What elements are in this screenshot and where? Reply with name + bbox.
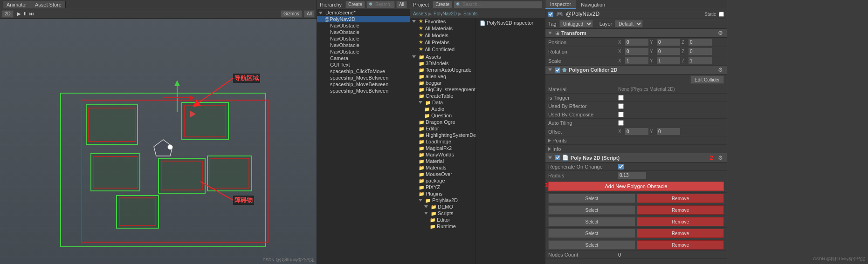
demo-item[interactable]: 📁 DEMO: [410, 203, 475, 210]
sca-y-input[interactable]: [657, 57, 680, 64]
navigation-tab[interactable]: Navigation: [576, 0, 610, 9]
used-by-effector-checkbox[interactable]: [618, 103, 624, 109]
pos-y-input[interactable]: [657, 39, 680, 46]
magicalfx-item[interactable]: 📁 MagicalFx2: [410, 145, 475, 151]
remove-button-5[interactable]: Remove: [637, 240, 724, 250]
package-item[interactable]: 📁 package: [410, 177, 475, 184]
radius-input[interactable]: [618, 172, 646, 179]
beggar-item[interactable]: 📁 beggar: [410, 80, 475, 86]
sca-z-input[interactable]: [689, 57, 712, 64]
layer-dropdown[interactable]: Default: [615, 20, 643, 27]
breadcrumb-polynav2d[interactable]: PolyNav2D: [434, 11, 457, 16]
hierarchy-all-button[interactable]: All: [396, 1, 407, 8]
transform-gear-button[interactable]: ⚙: [717, 30, 724, 36]
loadimage-item[interactable]: 📁 LoadImage: [410, 138, 475, 145]
all-models-item[interactable]: ★ All Models: [410, 32, 475, 39]
all-button[interactable]: All: [304, 10, 315, 18]
bigcity-item[interactable]: 📁 BigCity_steetsegment: [410, 86, 475, 93]
scene-root-item[interactable]: DemoScene*: [317, 9, 410, 16]
collider-gear-button[interactable]: ⚙: [717, 67, 724, 73]
collider-enabled-check[interactable]: [555, 68, 560, 73]
mouseover-item[interactable]: 📁 MouseOver: [410, 171, 475, 177]
rot-x-input[interactable]: [625, 48, 648, 55]
hierarchy-item-navobstacle3[interactable]: NavObstacle: [317, 35, 410, 42]
select-button-1[interactable]: Select: [548, 194, 635, 203]
createtable-item[interactable]: 📁 CreateTable: [410, 93, 475, 99]
pos-x-input[interactable]: [625, 39, 648, 46]
manyworlds-item[interactable]: 📁 ManyWorlds: [410, 151, 475, 158]
audio-item[interactable]: 📁 Audio: [410, 106, 475, 112]
pixyz-item[interactable]: 📁 PiXYZ: [410, 184, 475, 190]
polygon-collider-header[interactable]: ⬟ Polygon Collider 2D ⚙: [545, 66, 727, 74]
rot-y-input[interactable]: [657, 48, 680, 55]
tag-dropdown[interactable]: Untagged: [559, 20, 593, 27]
hierarchy-item-spaceship1[interactable]: spaceship_ClickToMove: [317, 68, 410, 74]
inspector-tab[interactable]: Inspector: [545, 0, 576, 9]
runtime-item[interactable]: 📁 Runtime: [410, 223, 475, 230]
is-trigger-checkbox[interactable]: [618, 95, 624, 101]
sca-x-input[interactable]: [625, 57, 648, 64]
project-create-button[interactable]: Create: [433, 1, 452, 8]
add-obstacle-button[interactable]: Add New Polygon Obstacle: [548, 182, 724, 191]
create-button[interactable]: Create: [345, 1, 365, 8]
all-materials-item[interactable]: ★ All Materials: [410, 25, 475, 32]
highlighting-item[interactable]: 📁 HighlightingSystemDe: [410, 132, 475, 138]
select-button-2[interactable]: Select: [548, 205, 635, 215]
editor2-item[interactable]: 📁 Editor: [410, 217, 475, 223]
remove-button-2[interactable]: Remove: [637, 205, 724, 215]
object-enabled-check[interactable]: [548, 12, 553, 17]
pos-z-input[interactable]: [689, 39, 712, 46]
scene-viewport[interactable]: 导航区域 障碍物 CSDN @我和Unity有个约定: [0, 19, 317, 264]
poly-nav-header[interactable]: 📄 Poly Nav 2D (Script) 2 ⚙: [545, 153, 727, 162]
3dmodels-item[interactable]: 📁 3DModels: [410, 60, 475, 67]
remove-button-3[interactable]: Remove: [637, 217, 724, 226]
hierarchy-item-guitext[interactable]: GUI Text: [317, 61, 410, 68]
2d-button[interactable]: 2D: [2, 10, 14, 18]
poly-nav-gear-button[interactable]: ⚙: [717, 155, 724, 161]
remove-button-1[interactable]: Remove: [637, 194, 724, 203]
transform-header[interactable]: ⊞ Transform ⚙: [545, 29, 727, 38]
breadcrumb-scripts[interactable]: Scripts: [463, 11, 478, 16]
remove-button-4[interactable]: Remove: [637, 229, 724, 238]
data-item[interactable]: 📁 Data: [410, 99, 475, 106]
hierarchy-item-spaceship3[interactable]: spaceship_MoveBetween: [317, 81, 410, 88]
hierarchy-item-navobstacle5[interactable]: NavObstacle: [317, 48, 410, 55]
all-prefabs-item[interactable]: ★ All Prefabs: [410, 39, 475, 46]
hierarchy-item-spaceship2[interactable]: spaceship_MoveBetween: [317, 74, 410, 81]
question-item[interactable]: 📁 Question: [410, 112, 475, 119]
terrain-item[interactable]: 📁 TerrainAutoUpgrade: [410, 67, 475, 73]
edit-collider-button[interactable]: Edit Collider: [690, 75, 724, 84]
gizmos-button[interactable]: Gizmos: [281, 10, 302, 18]
hierarchy-item-navobstacle4[interactable]: NavObstacle: [317, 42, 410, 48]
regenerate-checkbox[interactable]: [618, 164, 624, 169]
select-button-5[interactable]: Select: [548, 240, 635, 250]
select-button-3[interactable]: Select: [548, 217, 635, 226]
all-conflicted-item[interactable]: ★ All Conflicted: [410, 46, 475, 53]
alienveg-item[interactable]: 📁 alien veg: [410, 73, 475, 80]
project-search-input[interactable]: [462, 2, 540, 7]
offset-x-input[interactable]: [625, 128, 648, 135]
static-checkbox[interactable]: [719, 12, 724, 17]
favorites-header[interactable]: ★ Favorites: [410, 18, 475, 25]
rot-z-input[interactable]: [689, 48, 712, 55]
asset-store-tab[interactable]: Asset Store: [31, 1, 66, 8]
hierarchy-item-polynav2d[interactable]: @PolyNav2D: [317, 16, 410, 22]
breadcrumb-assets[interactable]: Assets: [413, 11, 427, 16]
editor-item[interactable]: 📁 Editor: [410, 125, 475, 132]
hierarchy-item-navobstacle1[interactable]: NavObstacle: [317, 22, 410, 29]
poly-nav-enabled-check[interactable]: [555, 155, 560, 160]
assets-header[interactable]: 📁 Assets: [410, 54, 475, 60]
materials-item[interactable]: 📁 Materials: [410, 164, 475, 171]
hierarchy-item-navobstacle2[interactable]: NavObstacle: [317, 29, 410, 35]
select-button-4[interactable]: Select: [548, 229, 635, 238]
material-item[interactable]: 📁 Material: [410, 158, 475, 164]
used-by-composite-checkbox[interactable]: [618, 112, 624, 117]
offset-y-input[interactable]: [657, 128, 680, 135]
hierarchy-item-camera[interactable]: Camera: [317, 55, 410, 61]
scripts-folder-item[interactable]: 📁 Scripts: [410, 210, 475, 217]
polynav2dinspector-file[interactable]: 📄 PolyNav2DInspector: [478, 20, 543, 26]
auto-tiling-checkbox[interactable]: [618, 120, 624, 126]
polynav2d-folder-item[interactable]: 📁 PolyNav2D: [410, 197, 475, 203]
hierarchy-search-input[interactable]: [375, 2, 393, 7]
animator-tab[interactable]: Animator: [3, 1, 31, 8]
